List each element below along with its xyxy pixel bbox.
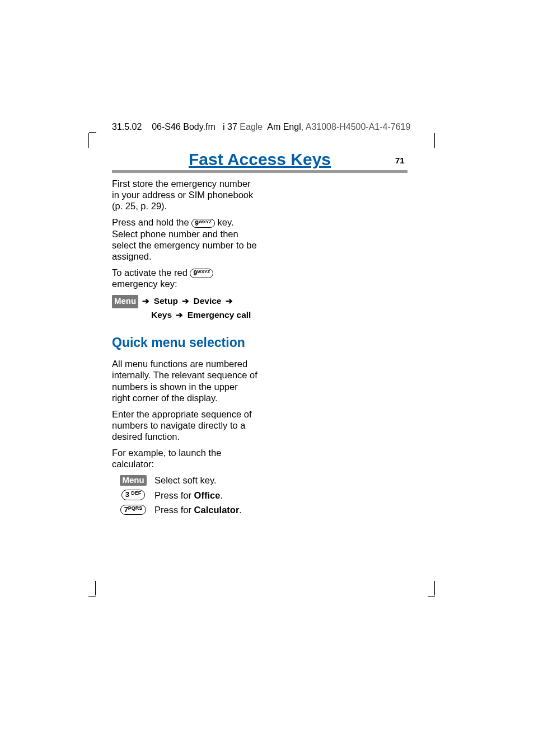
para-quick-1: All menu functions are numbered internal…	[112, 358, 257, 403]
header-project: Eagle	[240, 122, 263, 132]
nav-device: Device	[193, 296, 221, 306]
step-key-7: 7PQRS Press for Calculator.	[112, 504, 257, 515]
menu-softkey: Menu	[120, 475, 146, 486]
crop-mark-top-left	[88, 132, 96, 148]
crop-mark-bottom-left	[88, 581, 96, 597]
arrow-icon: ➔	[142, 295, 149, 308]
header-docid: , A31008-H4500-A1-4-7619	[301, 122, 411, 132]
header-filename: 06-S46 Body.fm	[152, 122, 216, 132]
para-quick-3: For example, to launch the calculator:	[112, 447, 257, 469]
arrow-icon: ➔	[182, 295, 189, 308]
crop-mark-top-right	[427, 132, 435, 148]
step-7-text: Press for Calculator.	[154, 504, 257, 515]
para-store-emergency: First store the emergency number in your…	[112, 178, 257, 212]
steps-list: Menu Select soft key. 3 DEF Press for Of…	[112, 475, 257, 515]
arrow-icon: ➔	[176, 309, 183, 322]
menu-softkey: Menu	[112, 295, 138, 308]
body-content: First store the emergency number in your…	[112, 178, 257, 519]
nav-keys: Keys	[151, 310, 172, 320]
crop-mark-bottom-right	[427, 581, 435, 597]
title-rule	[112, 170, 407, 173]
step-menu-text: Select soft key.	[154, 475, 257, 486]
key-7-icon: 7PQRS	[120, 505, 147, 515]
para-activate-red: To activate the red 9WXYZ emergency key:	[112, 267, 257, 289]
step-menu: Menu Select soft key.	[112, 475, 257, 486]
para-quick-2: Enter the appropriate sequence of number…	[112, 408, 257, 442]
header-index: i 37	[223, 122, 237, 132]
menu-path: Menu ➔ Setup ➔ Device ➔ Keys ➔ Emergency…	[112, 294, 257, 321]
key-9-icon: 9WXYZ	[190, 269, 213, 278]
page-title: Fast Access Keys	[112, 150, 407, 169]
page-title-block: Fast Access Keys	[112, 150, 407, 173]
section-quick-menu-title: Quick menu selection	[112, 335, 257, 350]
step-3-text: Press for Office.	[154, 490, 257, 501]
arrow-icon: ➔	[226, 295, 233, 308]
nav-setup: Setup	[154, 296, 178, 306]
doc-header: 31.5.02 06-S46 Body.fm i 37 Eagle Am Eng…	[112, 122, 410, 132]
key-3-icon: 3 DEF	[121, 490, 146, 500]
key-9-icon: 9WXYZ	[191, 219, 215, 228]
nav-emergency: Emergency call	[188, 310, 251, 320]
para-press-hold: Press and hold the 9WXYZ key. Select pho…	[112, 217, 257, 262]
header-date: 31.5.02	[112, 122, 142, 132]
page-number: 71	[395, 156, 405, 165]
header-lang: Am Engl	[267, 122, 301, 132]
step-key-3: 3 DEF Press for Office.	[112, 490, 257, 501]
